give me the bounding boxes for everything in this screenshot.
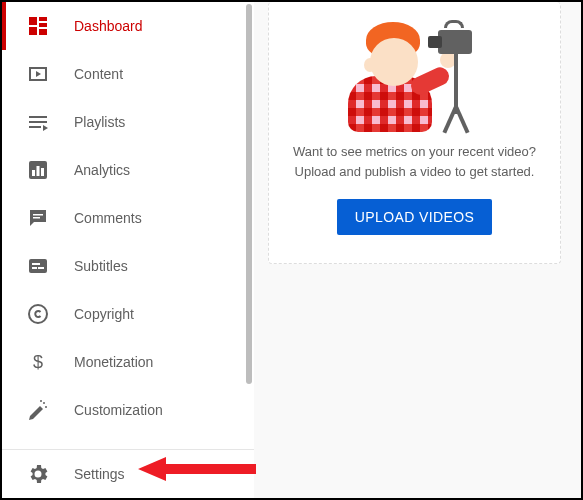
svg-rect-10 [33, 217, 40, 219]
monetization-icon: $ [26, 350, 50, 374]
customization-icon [26, 398, 50, 422]
svg-rect-11 [29, 259, 47, 273]
analytics-icon [26, 158, 50, 182]
subtitles-icon [26, 254, 50, 278]
sidebar-item-analytics[interactable]: Analytics [2, 146, 254, 194]
svg-text:$: $ [33, 352, 43, 372]
sidebar-item-label: Customization [74, 402, 163, 418]
sidebar-item-label: Copyright [74, 306, 134, 322]
sidebar-item-playlists[interactable]: Playlists [2, 98, 254, 146]
svg-point-15 [29, 305, 47, 323]
svg-rect-13 [38, 267, 44, 269]
gear-icon [26, 462, 50, 486]
svg-rect-14 [32, 263, 40, 265]
svg-rect-4 [39, 29, 47, 35]
comments-icon [26, 206, 50, 230]
sidebar-item-label: Analytics [74, 162, 130, 178]
sidebar-item-label: Content [74, 66, 123, 82]
sidebar-item-label: Settings [74, 466, 125, 482]
prompt-line-2: Upload and publish a video to get starte… [287, 162, 542, 182]
svg-rect-9 [33, 214, 43, 216]
sidebar-item-comments[interactable]: Comments [2, 194, 254, 242]
empty-state-text: Want to see metrics on your recent video… [287, 142, 542, 181]
sidebar-item-label: Playlists [74, 114, 125, 130]
sidebar-item-dashboard[interactable]: Dashboard [2, 2, 254, 50]
playlists-icon [26, 110, 50, 134]
sidebar: Dashboard Content Playlists Analytics [2, 2, 254, 498]
content-icon [26, 62, 50, 86]
dashboard-icon [26, 14, 50, 38]
svg-rect-2 [39, 23, 47, 27]
svg-rect-1 [39, 17, 47, 21]
camera-illustration [340, 12, 490, 132]
svg-rect-12 [32, 267, 37, 269]
sidebar-item-content[interactable]: Content [2, 50, 254, 98]
empty-state-card: Want to see metrics on your recent video… [268, 2, 561, 264]
svg-rect-8 [41, 168, 44, 176]
prompt-line-1: Want to see metrics on your recent video… [287, 142, 542, 162]
sidebar-item-label: Dashboard [74, 18, 143, 34]
sidebar-item-label: Comments [74, 210, 142, 226]
copyright-icon [26, 302, 50, 326]
svg-rect-3 [29, 27, 37, 35]
sidebar-item-copyright[interactable]: Copyright [2, 290, 254, 338]
main-panel: Want to see metrics on your recent video… [254, 2, 581, 498]
sidebar-item-settings[interactable]: Settings [2, 450, 254, 498]
svg-point-17 [43, 402, 45, 404]
svg-rect-6 [32, 170, 35, 176]
sidebar-item-label: Subtitles [74, 258, 128, 274]
sidebar-item-subtitles[interactable]: Subtitles [2, 242, 254, 290]
svg-rect-7 [37, 166, 40, 176]
upload-videos-button[interactable]: UPLOAD VIDEOS [337, 199, 493, 235]
svg-rect-0 [29, 17, 37, 25]
svg-point-18 [45, 406, 47, 408]
sidebar-item-label: Monetization [74, 354, 153, 370]
svg-point-19 [40, 400, 42, 402]
sidebar-item-customization[interactable]: Customization [2, 386, 254, 434]
sidebar-item-monetization[interactable]: $ Monetization [2, 338, 254, 386]
